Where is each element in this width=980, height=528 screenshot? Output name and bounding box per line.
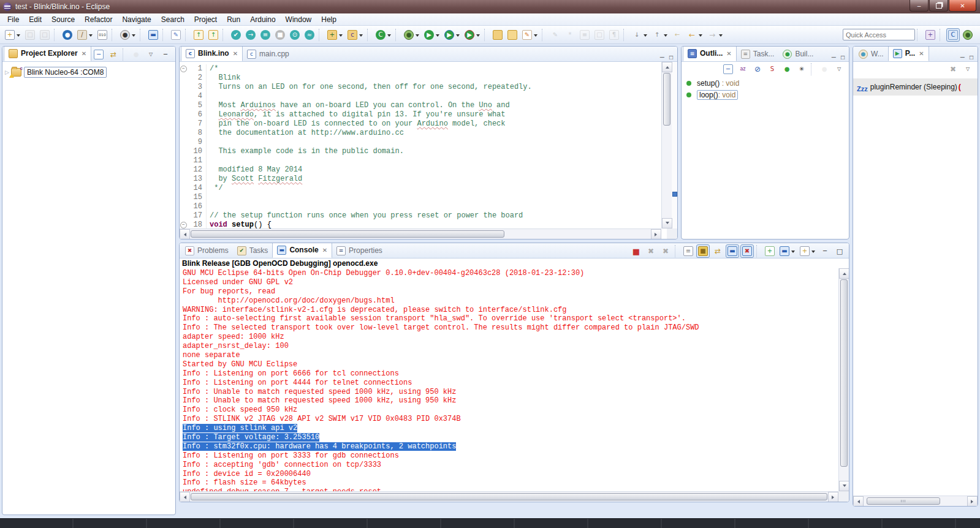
serial-plotter-button[interactable]: ≈ <box>303 28 316 42</box>
console-line-3[interactable]: For bug reports, read <box>183 287 838 296</box>
console-horizontal-scrollbar[interactable] <box>180 491 838 502</box>
console-line-14[interactable]: Info : Unable to match requested speed 1… <box>183 388 838 397</box>
new-class-button[interactable]: C <box>374 28 393 42</box>
code-line-8[interactable]: 8 the documentation at http://www.arduin… <box>180 129 661 138</box>
code-line-15[interactable]: 15 <box>180 193 661 202</box>
fold-minus-icon[interactable]: − <box>180 64 188 74</box>
console-line-7[interactable]: Info : The selected transport took over … <box>183 323 838 333</box>
console-line-24[interactable]: Info : flash size = 64kbytes <box>183 478 838 488</box>
menu-arduino[interactable]: Arduino <box>245 14 280 25</box>
open-file-button[interactable] <box>506 28 519 42</box>
occurrence-marker[interactable] <box>672 192 677 197</box>
show-stdout-button[interactable]: ▬ <box>726 244 739 258</box>
scrollbar-thumb[interactable] <box>191 230 504 238</box>
restore-window-button[interactable] <box>929 0 948 12</box>
console-line-12[interactable]: Info : Listening on port 6666 for tcl co… <box>183 369 838 379</box>
close-tab-icon[interactable]: ✕ <box>726 50 731 57</box>
dropdown-arrow-icon[interactable] <box>436 34 439 39</box>
expander-icon[interactable]: ▷ <box>5 69 9 75</box>
link-with-editor-button[interactable]: ⇄ <box>107 48 120 61</box>
mark-occurrences-button[interactable]: ✎ <box>169 28 183 42</box>
scrollbar-thumb[interactable] <box>663 73 670 126</box>
code-line-12[interactable]: 12 modified 8 May 2014 <box>180 165 661 175</box>
menu-file[interactable]: File <box>2 14 24 25</box>
maximize-button[interactable]: □ <box>838 53 847 61</box>
scrollbar-thumb[interactable] <box>840 279 848 467</box>
menu-source[interactable]: Source <box>47 14 80 25</box>
back-button[interactable]: ← <box>685 28 704 42</box>
tab-problems[interactable]: ✖Problems <box>181 243 233 258</box>
dropdown-arrow-icon[interactable] <box>476 34 480 39</box>
console-line-17[interactable]: Info : STLINK v2 JTAG v28 API v2 SWIM v1… <box>183 415 838 424</box>
upload-circle-button[interactable]: → <box>244 28 257 42</box>
console-line-21[interactable]: Info : Listening on port 3333 for gdb co… <box>183 451 838 461</box>
minimize-window-button[interactable]: – <box>910 0 929 12</box>
dropdown-arrow-icon[interactable] <box>17 34 20 39</box>
hide-nonpublic-button[interactable]: ● <box>780 62 794 76</box>
goto-annotation-button[interactable]: ↑ <box>650 28 669 42</box>
dropdown-arrow-icon[interactable] <box>791 251 795 255</box>
binary-file-button[interactable]: 010 <box>96 28 109 42</box>
tab-tasks[interactable]: ✔Tasks <box>233 243 273 258</box>
code-editor[interactable]: −1/*2 Blink3 Turns on an LED on for one … <box>180 62 661 228</box>
fold-minus-icon[interactable]: − <box>180 221 188 228</box>
pin-console-button[interactable]: + <box>763 244 777 258</box>
project-tree-item[interactable]: ▷ c Blink Nucleo-64 :COM8 <box>5 67 107 78</box>
reminder-item[interactable]: Zzz pluginReminder (Sleeping) ( <box>853 78 978 96</box>
scroll-left-button[interactable] <box>180 229 190 239</box>
console-line-20[interactable]: Info : stm32f0x.cpu: hardware has 4 brea… <box>183 442 838 451</box>
console-line-13[interactable]: Info : Listening on port 4444 for telnet… <box>183 379 838 388</box>
menu-run[interactable]: Run <box>222 14 245 25</box>
windows-taskbar[interactable] <box>0 518 980 528</box>
word-wrap-button[interactable]: ⇄ <box>711 244 724 258</box>
minimize-button[interactable]: ─ <box>159 48 172 61</box>
console-line-8[interactable]: adapter speed: 1000 kHz <box>183 333 838 342</box>
new-wizard-button[interactable]: + <box>3 28 22 42</box>
remove-all-launches-button[interactable]: ✖ <box>659 244 672 258</box>
upload-programmer-button[interactable]: ↑ <box>207 28 220 42</box>
console-line-23[interactable]: Info : device id = 0x20006440 <box>183 470 838 479</box>
dropdown-arrow-icon[interactable] <box>132 34 135 39</box>
console-log[interactable]: GNU MCU Eclipse 64-bits Open On-Chip Deb… <box>180 268 838 491</box>
new-c-project-button[interactable]: + <box>325 28 344 42</box>
menu-search[interactable]: Search <box>156 14 189 25</box>
scroll-up-button[interactable] <box>839 268 849 279</box>
serial-monitor-button[interactable]: ▬ <box>146 28 160 42</box>
tab-main-cpp[interactable]: cmain.cpp <box>243 47 294 61</box>
last-edit-location-button[interactable]: ↓ <box>630 28 649 42</box>
scroll-left-button[interactable] <box>180 492 190 502</box>
build-button[interactable]: / <box>75 28 94 42</box>
outline-item-loop[interactable]: loop() : void <box>682 89 849 100</box>
debug-perspective-button[interactable]: ● <box>961 28 974 42</box>
terminate-button[interactable]: ■ <box>629 244 643 258</box>
tab-properties[interactable]: ≡Properties <box>332 243 387 258</box>
code-line-18[interactable]: −18void setup() { <box>180 221 661 228</box>
scroll-right-button[interactable] <box>967 496 978 507</box>
console-line-18[interactable]: Info : using stlink api v2 <box>183 424 838 433</box>
collapse-all-button[interactable]: − <box>721 62 735 76</box>
new-sketch-button[interactable]: ≡ <box>259 28 272 42</box>
format-brush-button[interactable]: ✎ <box>520 28 539 42</box>
console-vertical-scrollbar[interactable] <box>838 268 849 491</box>
console-line-10[interactable]: none separate <box>183 351 838 360</box>
scroll-right-button[interactable] <box>651 229 661 239</box>
code-line-2[interactable]: 2 Blink <box>180 74 661 83</box>
console-line-15[interactable]: Info : Unable to match requested speed 1… <box>183 396 838 405</box>
scroll-down-button[interactable] <box>662 218 672 228</box>
menu-window[interactable]: Window <box>281 14 317 25</box>
scroll-lock-button[interactable]: ■ <box>696 244 710 258</box>
dropdown-arrow-icon[interactable] <box>387 34 391 39</box>
cpp-perspective-button[interactable]: C <box>946 28 960 42</box>
dropdown-arrow-icon[interactable] <box>719 34 723 39</box>
menu-help[interactable]: Help <box>316 14 341 25</box>
scroll-down-button[interactable] <box>839 481 849 491</box>
code-line-7[interactable]: 7 pin the on-board LED is connected to o… <box>180 119 661 129</box>
scrollbar-thumb[interactable] <box>191 493 827 500</box>
scroll-left-button[interactable] <box>853 496 864 507</box>
tab-buil[interactable]: ●Buil... <box>778 47 818 61</box>
debug-button[interactable]: ● <box>402 28 421 42</box>
save-sketch-button[interactable]: ■ <box>273 28 287 42</box>
console-line-9[interactable]: adapter_nsrst_delay: 100 <box>183 342 838 351</box>
display-console-button[interactable]: ▬ <box>778 244 797 258</box>
tab-blink-ino[interactable]: cBlink.ino✕ <box>181 46 243 61</box>
